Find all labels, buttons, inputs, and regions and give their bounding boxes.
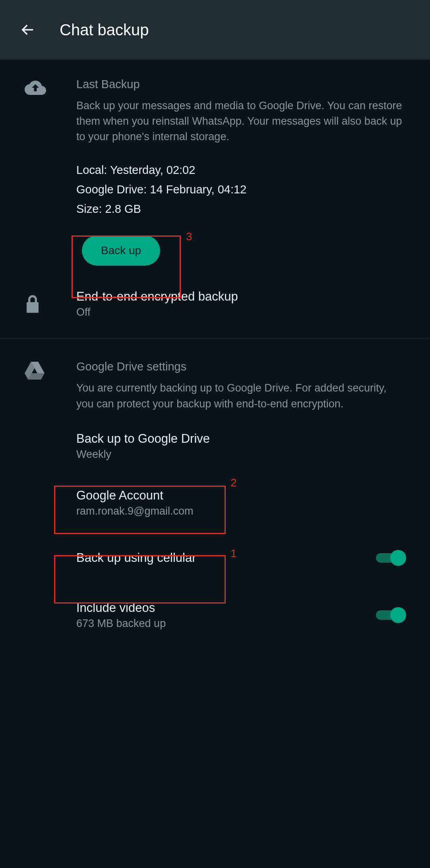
include-videos-sub: 673 MB backed up <box>76 617 366 630</box>
cellular-toggle[interactable] <box>376 550 406 566</box>
last-backup-heading: Last Backup <box>76 78 405 91</box>
arrow-left-icon <box>20 22 36 38</box>
back-button[interactable] <box>18 20 37 39</box>
google-account-title: Google Account <box>76 488 405 503</box>
cellular-backup-title: Back up using cellular <box>76 551 196 565</box>
cellular-backup-row[interactable]: Back up using cellular <box>0 529 430 586</box>
e2e-encryption-row[interactable]: End-to-end encrypted backup Off <box>0 266 430 329</box>
backup-button[interactable]: Back up <box>82 235 160 266</box>
google-drive-icon <box>25 362 45 380</box>
app-header: Chat backup <box>0 0 430 60</box>
last-backup-description: Back up your messages and media to Googl… <box>76 98 405 145</box>
local-backup-line: Local: Yesterday, 02:02 <box>76 164 405 177</box>
e2e-title: End-to-end encrypted backup <box>76 289 405 304</box>
drive-backup-line: Google Drive: 14 February, 04:12 <box>76 183 405 196</box>
google-account-row[interactable]: Google Account ram.ronak.9@gmail.com <box>0 473 430 529</box>
size-line: Size: 2.8 GB <box>76 203 405 216</box>
backup-frequency-title: Back up to Google Drive <box>76 432 405 446</box>
svg-rect-1 <box>27 302 39 313</box>
include-videos-row[interactable]: Include videos 673 MB backed up <box>0 586 430 644</box>
page-title: Chat backup <box>60 21 149 39</box>
last-backup-section: Last Backup Back up your messages and me… <box>0 60 430 266</box>
videos-toggle[interactable] <box>376 607 406 623</box>
include-videos-title: Include videos <box>76 601 366 615</box>
e2e-status: Off <box>76 306 405 318</box>
backup-frequency-row[interactable]: Back up to Google Drive Weekly <box>0 416 430 473</box>
google-account-value: ram.ronak.9@gmail.com <box>76 505 405 517</box>
lock-icon <box>25 294 41 314</box>
backup-frequency-value: Weekly <box>76 448 405 461</box>
drive-settings-section: Google Drive settings You are currently … <box>0 339 430 415</box>
drive-settings-heading: Google Drive settings <box>76 360 405 373</box>
drive-settings-description: You are currently backing up to Google D… <box>76 380 405 411</box>
cloud-upload-icon <box>25 79 46 96</box>
